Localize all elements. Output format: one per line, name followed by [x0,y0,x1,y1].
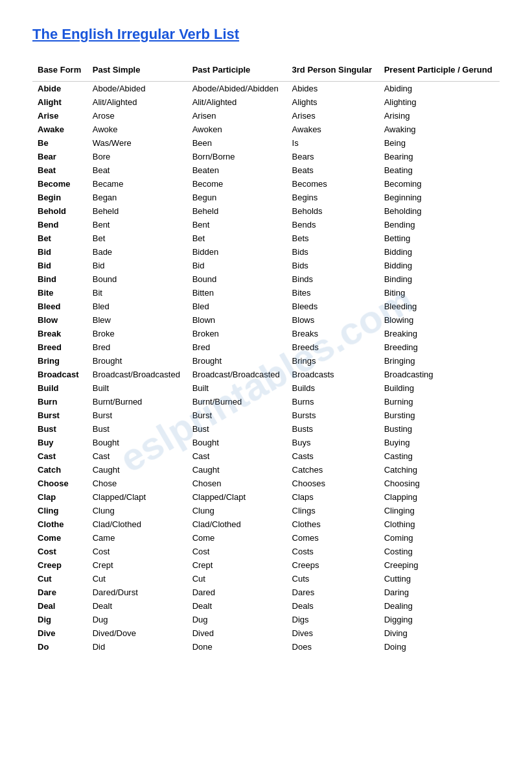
table-row: BurnBurnt/BurnedBurnt/BurnedBurnsBurning [32,395,500,409]
cell-r3-c0: Awake [32,123,87,136]
table-row: BiteBitBittenBitesBiting [32,286,500,300]
cell-r16-c3: Bleeds [287,300,379,313]
table-row: DareDared/DurstDaredDaresDaring [32,586,500,599]
cell-r2-c0: Arise [32,109,87,123]
cell-r17-c3: Blows [287,313,379,327]
cell-r26-c4: Buying [379,436,500,449]
table-row: AbideAbode/AbidedAbode/Abided/AbiddenAbi… [32,82,500,96]
cell-r20-c0: Bring [32,354,87,368]
table-row: DealDealtDealtDealsDealing [32,599,500,613]
table-row: BustBustBustBustsBusting [32,422,500,436]
cell-r21-c2: Broadcast/Broadcasted [187,368,287,381]
cell-r36-c1: Cut [87,572,187,586]
cell-r5-c3: Bears [287,150,379,163]
table-row: BuyBoughtBoughtBuysBuying [32,436,500,449]
cell-r26-c3: Buys [287,436,379,449]
table-row: ComeCameComeComesComing [32,531,500,545]
cell-r26-c1: Bought [87,436,187,449]
cell-r30-c0: Clap [32,490,87,504]
cell-r6-c0: Beat [32,163,87,177]
cell-r8-c3: Begins [287,191,379,204]
cell-r34-c3: Costs [287,545,379,558]
cell-r19-c4: Breeding [379,340,500,354]
cell-r18-c2: Broken [187,327,287,340]
cell-r28-c0: Catch [32,463,87,477]
cell-r8-c4: Beginning [379,191,500,204]
table-row: BecomeBecameBecomeBecomesBecoming [32,177,500,191]
table-row: DigDugDugDigsDigging [32,613,500,626]
cell-r33-c3: Comes [287,531,379,545]
cell-r14-c0: Bind [32,272,87,286]
cell-r29-c0: Choose [32,477,87,490]
cell-r19-c3: Breeds [287,340,379,354]
cell-r34-c1: Cost [87,545,187,558]
cell-r24-c0: Burst [32,409,87,422]
cell-r27-c3: Casts [287,449,379,463]
cell-r2-c2: Arisen [187,109,287,123]
cell-r9-c0: Behold [32,204,87,218]
cell-r32-c1: Clad/Clothed [87,517,187,531]
cell-r1-c0: Alight [32,95,87,109]
cell-r6-c4: Beating [379,163,500,177]
cell-r38-c3: Deals [287,599,379,613]
column-header-1: Past Simple [87,61,187,82]
verb-table: Base FormPast SimplePast Participle3rd P… [32,61,500,654]
cell-r25-c4: Busting [379,422,500,436]
cell-r40-c0: Dive [32,626,87,640]
column-header-0: Base Form [32,61,87,82]
cell-r20-c3: Brings [287,354,379,368]
cell-r10-c1: Bent [87,218,187,231]
cell-r4-c3: Is [287,136,379,150]
cell-r23-c4: Burning [379,395,500,409]
cell-r13-c4: Bidding [379,259,500,272]
cell-r36-c4: Cutting [379,572,500,586]
table-row: BroadcastBroadcast/BroadcastedBroadcast/… [32,368,500,381]
cell-r20-c4: Bringing [379,354,500,368]
cell-r33-c0: Come [32,531,87,545]
cell-r22-c2: Built [187,381,287,395]
cell-r21-c3: Broadcasts [287,368,379,381]
cell-r15-c2: Bitten [187,286,287,300]
cell-r41-c2: Done [187,640,287,654]
cell-r7-c1: Became [87,177,187,191]
cell-r35-c2: Crept [187,558,287,572]
cell-r31-c3: Clings [287,504,379,517]
cell-r3-c3: Awakes [287,123,379,136]
cell-r4-c4: Being [379,136,500,150]
cell-r26-c0: Buy [32,436,87,449]
table-row: CatchCaughtCaughtCatchesCatching [32,463,500,477]
column-header-3: 3rd Person Singular [287,61,379,82]
cell-r7-c2: Become [187,177,287,191]
cell-r39-c2: Dug [187,613,287,626]
cell-r17-c2: Blown [187,313,287,327]
cell-r10-c4: Bending [379,218,500,231]
cell-r22-c0: Build [32,381,87,395]
table-row: BidBidBidBidsBidding [32,259,500,272]
cell-r16-c0: Bleed [32,300,87,313]
page-title: The English Irregular Verb List [32,26,500,43]
table-row: BlowBlewBlownBlowsBlowing [32,313,500,327]
cell-r39-c4: Digging [379,613,500,626]
cell-r25-c2: Bust [187,422,287,436]
cell-r1-c4: Alighting [379,95,500,109]
cell-r18-c3: Breaks [287,327,379,340]
cell-r24-c1: Burst [87,409,187,422]
cell-r40-c2: Dived [187,626,287,640]
cell-r0-c1: Abode/Abided [87,82,187,96]
cell-r37-c0: Dare [32,586,87,599]
cell-r10-c3: Bends [287,218,379,231]
cell-r29-c4: Choosing [379,477,500,490]
table-row: CostCostCostCostsCosting [32,545,500,558]
cell-r21-c0: Broadcast [32,368,87,381]
cell-r27-c2: Cast [187,449,287,463]
cell-r19-c0: Breed [32,340,87,354]
cell-r35-c3: Creeps [287,558,379,572]
table-body: AbideAbode/AbidedAbode/Abided/AbiddenAbi… [32,82,500,654]
table-row: ClotheClad/ClothedClad/ClothedClothesClo… [32,517,500,531]
table-row: BuildBuiltBuiltBuildsBuilding [32,381,500,395]
cell-r32-c0: Clothe [32,517,87,531]
cell-r5-c4: Bearing [379,150,500,163]
cell-r41-c3: Does [287,640,379,654]
cell-r22-c4: Building [379,381,500,395]
cell-r36-c3: Cuts [287,572,379,586]
